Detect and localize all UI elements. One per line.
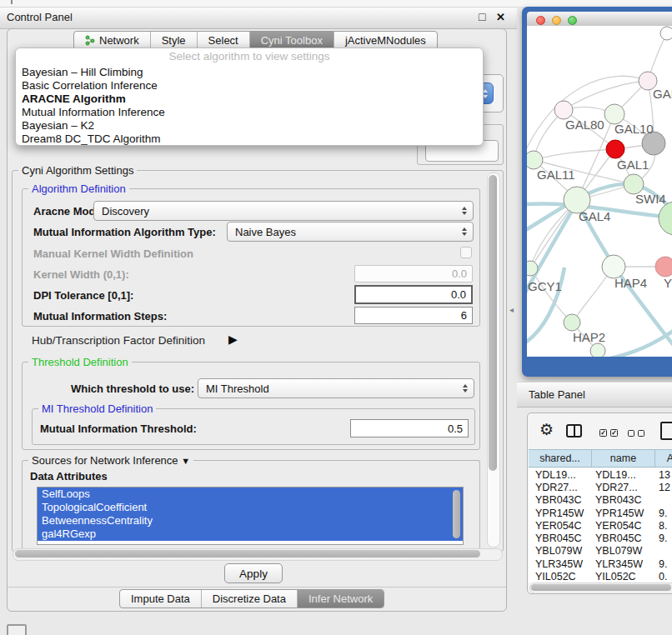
network-node-bottom-partial[interactable]: [590, 343, 605, 357]
tab-discretize-data[interactable]: Discretize Data: [202, 590, 298, 608]
docked-mini-icon[interactable]: [7, 624, 27, 635]
tab-jactivemnodules[interactable]: jActiveMNodules: [334, 32, 437, 49]
cyni-settings-group-title: Cyni Algorithm Settings: [18, 164, 137, 177]
popup-item-basic-correlation[interactable]: Basic Correlation Inference: [16, 79, 483, 92]
popup-item-dream8[interactable]: Dream8 DC_TDC Algorithm: [16, 132, 483, 146]
network-node[interactable]: [660, 27, 672, 40]
network-window-titlebar[interactable]: [527, 12, 672, 27]
network-node-gal11[interactable]: [527, 151, 543, 169]
table-row[interactable]: YER054C YER054C 8.: [529, 519, 672, 532]
minimize-window-icon[interactable]: [552, 16, 561, 25]
tab-network-label: Network: [99, 34, 139, 47]
popup-item-aracne[interactable]: ARACNE Algorithm: [16, 92, 483, 106]
dpi-tolerance-field[interactable]: 0.0: [354, 285, 473, 304]
kernel-width-value: 0.0: [452, 268, 467, 280]
node-label-gal1: GAL1: [617, 158, 649, 172]
deselect-checkbox-icon[interactable]: [628, 430, 634, 437]
table-row[interactable]: YDR27... YDR27... 12: [529, 481, 672, 493]
mi-threshold-field[interactable]: 0.5: [350, 419, 469, 438]
select-all-checkbox-icon[interactable]: ✓: [599, 429, 607, 437]
table-row[interactable]: YLR345W YLR345W 9.: [529, 558, 672, 570]
combo-spinner-icon: [458, 207, 470, 215]
tab-select[interactable]: Select: [198, 32, 250, 49]
settings-scrollbar-thumb[interactable]: [489, 175, 497, 471]
tab-cyni-toolbox[interactable]: Cyni Toolbox: [250, 32, 334, 49]
zoom-window-icon[interactable]: [568, 16, 577, 25]
settings-hscrollbar-thumb[interactable]: [15, 550, 480, 558]
gear-icon[interactable]: ⚙: [539, 420, 554, 439]
table-row[interactable]: YIL052C YIL052C 0.: [529, 570, 672, 582]
tab-impute-data[interactable]: Impute Data: [120, 590, 202, 608]
close-window-icon[interactable]: [536, 16, 545, 25]
table-row[interactable]: YBR045C YBR045C 9.: [529, 532, 672, 544]
column-header-shared-name[interactable]: shared...: [529, 450, 592, 467]
tab-style[interactable]: Style: [151, 32, 198, 49]
network-node-gcy1[interactable]: [527, 261, 538, 276]
network-node-right-large[interactable]: [659, 202, 672, 235]
network-node-hap4[interactable]: [602, 255, 625, 278]
aracne-mode-select[interactable]: Discovery: [93, 201, 474, 221]
table-hscrollbar-thumb[interactable]: [531, 584, 671, 591]
which-threshold-select[interactable]: MI Threshold: [198, 378, 474, 398]
float-panel-icon[interactable]: □: [479, 10, 485, 23]
tab-network[interactable]: Network: [74, 32, 151, 49]
table-row[interactable]: YDL19... YDL19... 13: [529, 468, 672, 481]
aracne-mode-value: Discovery: [94, 205, 458, 218]
network-canvas[interactable]: GAL GAL80 GAL10 GAL1 GAL11 SWI4 GAL4 GCY…: [527, 26, 672, 357]
hub-tf-definition-toggle[interactable]: Hub/Transcription Factor Definition: [32, 334, 205, 347]
apply-button[interactable]: Apply: [224, 563, 283, 583]
cell: 12: [655, 482, 672, 493]
tab-impute-data-label: Impute Data: [131, 592, 190, 605]
tab-infer-network-label: Infer Network: [308, 592, 373, 605]
column-header-partial[interactable]: A: [655, 450, 672, 467]
file-icon-partial[interactable]: [660, 422, 672, 440]
hub-tf-expand-arrow-icon[interactable]: ▶: [228, 332, 238, 346]
header-label: A: [667, 452, 672, 464]
cell: YLR345W: [529, 558, 592, 570]
column-chooser-icon[interactable]: [566, 424, 582, 438]
node-label-hap2: HAP2: [573, 330, 605, 344]
popup-item-bayesian-hill[interactable]: Bayesian – Hill Climbing: [16, 66, 483, 79]
table-row[interactable]: YPR145W YPR145W 9.: [529, 507, 672, 519]
which-threshold-value: MI Threshold: [198, 382, 459, 395]
tab-style-label: Style: [162, 34, 186, 47]
combo-spinner-icon: [458, 228, 470, 236]
tab-infer-network[interactable]: Infer Network: [298, 590, 384, 608]
mi-steps-label: Mutual Information Steps:: [33, 310, 167, 322]
network-node-gal80[interactable]: [554, 101, 573, 119]
sources-title-text: Sources for Network Inference: [32, 454, 178, 467]
select-all-checkbox2-icon[interactable]: ✓: [610, 429, 618, 437]
list-item-gal4rgexp[interactable]: gal4RGexp: [38, 528, 463, 541]
threshold-definition-title: Threshold Definition: [28, 356, 132, 368]
network-graph: GAL GAL80 GAL10 GAL1 GAL11 SWI4 GAL4 GCY…: [527, 26, 672, 357]
data-attributes-list[interactable]: SelfLoops TopologicalCoefficient Between…: [37, 487, 464, 545]
node-label-gal: GAL: [653, 87, 672, 101]
popup-item-mutual-information[interactable]: Mutual Information Inference: [16, 106, 483, 119]
close-panel-icon[interactable]: ✕: [496, 11, 505, 23]
deselect-checkbox2-icon[interactable]: [638, 430, 644, 437]
kernel-width-field[interactable]: 0.0: [354, 265, 473, 282]
manual-kernel-width-checkbox[interactable]: [460, 247, 472, 258]
mi-steps-field[interactable]: 6: [354, 307, 473, 324]
sources-collapse-arrow-icon[interactable]: ▼: [181, 456, 190, 466]
mi-algorithm-type-select[interactable]: Naive Bayes: [227, 222, 474, 242]
list-item-topologicalcoefficient[interactable]: TopologicalCoefficient: [38, 501, 463, 514]
cell: 9.: [655, 508, 672, 519]
table-row[interactable]: YBR043C YBR043C: [529, 494, 672, 507]
network-node-gal1-selected[interactable]: [606, 140, 624, 158]
check-glyph: ✓: [600, 429, 606, 437]
list-item-selfloops[interactable]: SelfLoops: [38, 488, 463, 501]
network-node-salmon[interactable]: [655, 257, 672, 277]
list-item-betweennesscentrality[interactable]: BetweennessCentrality: [38, 514, 463, 528]
network-node-hap2[interactable]: [564, 314, 580, 331]
column-header-name[interactable]: name: [592, 450, 655, 467]
cell: 8.: [655, 520, 672, 532]
kernel-width-label: Kernel Width (0,1):: [33, 268, 129, 281]
node-label-hap4: HAP4: [614, 276, 647, 290]
attributes-list-scrollbar-thumb[interactable]: [453, 490, 460, 538]
popup-item-bayesian-k2[interactable]: Bayesian – K2: [16, 119, 483, 132]
table-row[interactable]: YBL079W YBL079W: [529, 545, 672, 558]
mi-threshold-value: 0.5: [448, 422, 463, 435]
tab-cyni-toolbox-label: Cyni Toolbox: [261, 34, 323, 47]
splitpane-collapse-arrow-icon[interactable]: ◂: [509, 305, 514, 314]
